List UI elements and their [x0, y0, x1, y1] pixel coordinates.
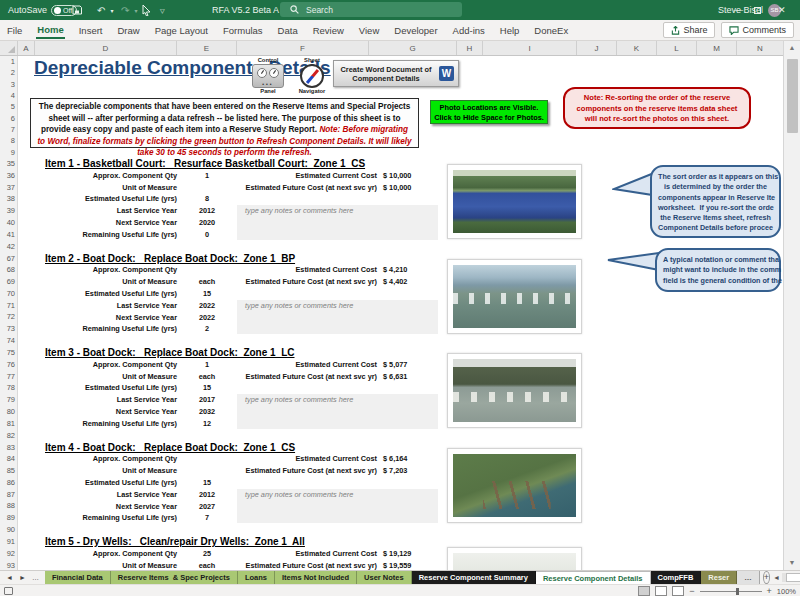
tab-data[interactable]: Data	[277, 23, 299, 38]
save-button[interactable]	[72, 0, 82, 20]
maximize-button[interactable]	[754, 0, 770, 20]
hscroll-left-arrow[interactable]: ◄	[773, 574, 780, 581]
vertical-scrollbar[interactable]: ▲ ▼	[783, 41, 800, 570]
tab-review[interactable]: Review	[312, 23, 345, 38]
sheet-tab-reserve-component-summary[interactable]: Reserve Component Summary	[412, 571, 536, 584]
notes-input[interactable]: type any notes or comments here	[237, 205, 438, 240]
sheet-tab-user-notes[interactable]: User Notes	[357, 571, 412, 584]
future-cost-value[interactable]: $ 10,000	[383, 182, 455, 194]
zoom-in-button[interactable]: +	[767, 586, 772, 596]
qat-customize-button[interactable]: ▽	[160, 0, 165, 20]
share-button[interactable]: Share	[663, 22, 715, 38]
column-header-h[interactable]: H	[457, 41, 483, 55]
nsy-value[interactable]: 2032	[177, 406, 237, 418]
future-cost-value[interactable]: $ 4,402	[383, 276, 455, 288]
nsy-value[interactable]: 2027	[177, 501, 237, 513]
horizontal-scrollbar[interactable]: ◄ ►	[773, 571, 800, 584]
notes-input[interactable]: type any notes or comments here	[237, 394, 438, 429]
page-break-view-button[interactable]	[672, 586, 684, 596]
column-header-e[interactable]: E	[177, 41, 237, 55]
lsy-value[interactable]: 2017	[177, 394, 237, 406]
rul-value[interactable]: 0	[177, 229, 237, 241]
column-header-n[interactable]: N	[737, 41, 783, 55]
notes-input[interactable]: type any notes or comments here	[237, 300, 438, 335]
column-header-m[interactable]: M	[697, 41, 737, 55]
scroll-up-arrow[interactable]: ▲	[784, 41, 800, 55]
future-cost-value[interactable]: $ 6,631	[383, 371, 455, 383]
zoom-out-button[interactable]: −	[689, 586, 694, 596]
sheet-tab-reser-truncated[interactable]: Reser	[701, 571, 737, 584]
nsy-value[interactable]: 2022	[177, 312, 237, 324]
tab-home[interactable]: Home	[36, 22, 64, 39]
column-header-a[interactable]: A	[18, 41, 35, 55]
column-header-d[interactable]: D	[35, 41, 177, 55]
sheet-tab-reserve-items[interactable]: Reserve Items & Spec Projects	[111, 571, 238, 584]
eul-value[interactable]: 15	[177, 288, 237, 300]
redo-button[interactable]: ↷▾	[116, 0, 137, 20]
sheet-tab-items-not-included[interactable]: Items Not Included	[275, 571, 357, 584]
current-cost-value[interactable]: $ 5,077	[383, 359, 455, 371]
hscroll-thumb[interactable]	[786, 573, 800, 582]
tab-doneex[interactable]: DoneEx	[533, 23, 569, 38]
sheet-tab-reserve-component-details[interactable]: Reserve Component Details	[536, 571, 651, 584]
current-cost-value[interactable]: $ 4,210	[383, 264, 455, 276]
hscroll-track[interactable]	[782, 573, 800, 582]
notes-input[interactable]: type any notes or comments here	[237, 489, 438, 524]
eul-value[interactable]: 15	[177, 477, 237, 489]
control-panel-button[interactable]: Control ••• Panel	[248, 57, 288, 94]
add-sheet-button[interactable]: +	[763, 571, 770, 584]
page-layout-view-button[interactable]	[655, 586, 667, 596]
document-title[interactable]: RFA V5.2 Beta A▼	[212, 0, 289, 20]
tab-insert[interactable]: Insert	[78, 23, 104, 38]
future-cost-value[interactable]: $ 19,559	[383, 560, 455, 570]
column-header-j[interactable]: J	[577, 41, 617, 55]
eul-value[interactable]: 8	[177, 193, 237, 205]
tab-help[interactable]: Help	[499, 23, 521, 38]
tab-page-layout[interactable]: Page Layout	[154, 23, 209, 38]
sheet-tab-compffb[interactable]: CompFFB	[651, 571, 702, 584]
scroll-down-arrow[interactable]: ▼	[784, 556, 800, 570]
tab-overflow-left[interactable]: …	[32, 574, 39, 581]
undo-button[interactable]: ↶▾	[92, 0, 113, 20]
accessibility-icon[interactable]	[4, 587, 13, 595]
zoom-level[interactable]: 100%	[777, 587, 796, 596]
column-header-f[interactable]: F	[237, 41, 369, 55]
scrollbar-thumb[interactable]	[787, 59, 798, 133]
rul-value[interactable]: 2	[177, 323, 237, 335]
sheet-navigator-button[interactable]: Sheet Navigator	[292, 57, 332, 94]
tab-overflow-right[interactable]: …	[737, 571, 760, 584]
column-header-g[interactable]: G	[369, 41, 457, 55]
rul-value[interactable]: 7	[177, 512, 237, 524]
current-cost-value[interactable]: $ 10,000	[383, 170, 455, 182]
column-header-k[interactable]: K	[617, 41, 657, 55]
tab-scroll-left-icon[interactable]: ◄	[6, 574, 13, 581]
lsy-value[interactable]: 2012	[177, 489, 237, 501]
column-header-l[interactable]: L	[657, 41, 697, 55]
lsy-value[interactable]: 2012	[177, 205, 237, 217]
close-button[interactable]: ✕	[778, 0, 794, 20]
tab-scroll-right-icon[interactable]: ►	[19, 574, 26, 581]
lsy-value[interactable]: 2022	[177, 300, 237, 312]
comments-button[interactable]: Comments	[721, 22, 794, 38]
tab-view[interactable]: View	[358, 23, 380, 38]
tab-developer[interactable]: Developer	[393, 23, 438, 38]
current-cost-value[interactable]: $ 19,129	[383, 548, 455, 560]
toggle-photo-space-button[interactable]: Photo Locations are Visible. Click to Hi…	[430, 100, 548, 124]
nsy-value[interactable]: 2020	[177, 217, 237, 229]
eul-value[interactable]: 15	[177, 382, 237, 394]
touch-mode-button[interactable]	[142, 0, 151, 20]
tab-file[interactable]: File	[6, 23, 23, 38]
worksheet[interactable]: 123456789 Depreciable Components Details…	[0, 56, 783, 570]
sheet-tab-financial-data[interactable]: Financial Data	[45, 571, 111, 584]
search-input[interactable]: Search	[280, 2, 462, 17]
create-word-document-button[interactable]: Create Word Document of Component Detail…	[333, 60, 459, 87]
tab-draw[interactable]: Draw	[116, 23, 140, 38]
rul-value[interactable]: 12	[177, 418, 237, 430]
future-cost-value[interactable]: $ 7,203	[383, 465, 455, 477]
current-cost-value[interactable]: $ 6,164	[383, 453, 455, 465]
tab-formulas[interactable]: Formulas	[222, 23, 264, 38]
autosave-toggle[interactable]: AutoSave Off	[8, 0, 77, 20]
column-header-i[interactable]: I	[483, 41, 577, 55]
select-all-corner[interactable]	[0, 41, 18, 55]
zoom-slider[interactable]	[700, 591, 762, 592]
